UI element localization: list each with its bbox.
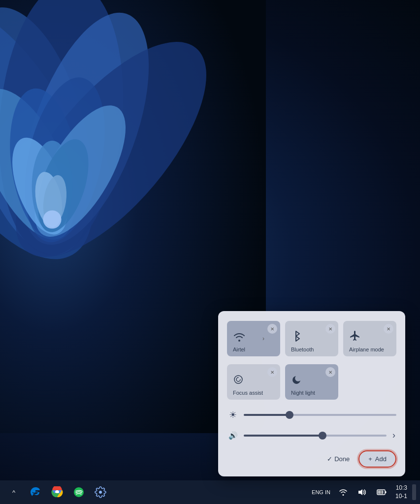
brightness-track[interactable] bbox=[244, 414, 396, 416]
volume-arrow[interactable]: › bbox=[391, 429, 396, 441]
chrome-taskbar-icon[interactable] bbox=[47, 482, 67, 502]
desktop: ✕ Airtel › ✕ B bbox=[0, 0, 420, 504]
qs-tile-row2: ✕ Focus assist ✕ Night light bbox=[227, 364, 396, 400]
add-plus-icon: + bbox=[368, 455, 372, 463]
settings-taskbar-icon[interactable] bbox=[91, 482, 110, 502]
wifi-icon bbox=[233, 332, 274, 345]
volume-slider-row: 🔊 › bbox=[227, 429, 396, 441]
focus-pin-button[interactable]: ✕ bbox=[267, 367, 277, 377]
airplane-label: Airplane mode bbox=[349, 346, 390, 352]
taskbar-left: ^ bbox=[4, 482, 110, 502]
volume-sys-icon bbox=[358, 488, 366, 496]
nightlight-label: Night light bbox=[291, 390, 332, 396]
brightness-slider-row: ☀ bbox=[227, 410, 396, 420]
airplane-pin-button[interactable]: ✕ bbox=[384, 324, 393, 334]
qs-bottom-bar: ✓ Done + Add bbox=[227, 450, 396, 468]
qs-tile-focus[interactable]: ✕ Focus assist bbox=[227, 364, 280, 400]
qs-tile-wifi[interactable]: ✕ Airtel › bbox=[227, 321, 280, 356]
svg-rect-22 bbox=[378, 491, 383, 494]
volume-icon: 🔊 bbox=[227, 431, 239, 440]
qs-sliders: ☀ 🔊 › bbox=[227, 410, 396, 441]
show-hidden-icons-button[interactable]: ^ bbox=[4, 482, 24, 502]
focus-label: Focus assist bbox=[233, 390, 274, 396]
battery-sys-tray[interactable] bbox=[373, 486, 390, 498]
wifi-sys-tray[interactable] bbox=[335, 486, 351, 498]
qs-tile-nightlight[interactable]: ✕ Night light bbox=[285, 364, 338, 400]
wifi-sys-icon bbox=[339, 488, 347, 496]
focus-icon bbox=[233, 374, 274, 388]
brightness-fill bbox=[244, 414, 290, 416]
bluetooth-pin-button[interactable]: ✕ bbox=[325, 324, 335, 334]
svg-point-15 bbox=[43, 210, 61, 228]
language-indicator[interactable]: ENG IN bbox=[310, 488, 332, 497]
edge-taskbar-icon[interactable] bbox=[26, 482, 45, 502]
done-check-icon: ✓ bbox=[327, 455, 332, 463]
qs-tile-bluetooth[interactable]: ✕ Bluetooth bbox=[285, 321, 338, 356]
wifi-arrow: › bbox=[262, 335, 264, 342]
airplane-icon bbox=[349, 330, 390, 345]
chrome-icon bbox=[51, 486, 63, 498]
battery-sys-icon bbox=[377, 488, 387, 496]
qs-tile-row1: ✕ Airtel › ✕ B bbox=[227, 321, 396, 356]
spotify-taskbar-icon[interactable] bbox=[69, 482, 89, 502]
bluetooth-icon bbox=[291, 330, 332, 345]
clock-time: 10:3 bbox=[395, 484, 407, 492]
brightness-thumb[interactable] bbox=[286, 411, 293, 419]
clock-date: 10-1 bbox=[395, 492, 407, 501]
done-button[interactable]: ✓ Done bbox=[323, 452, 354, 466]
chevron-up-icon: ^ bbox=[12, 489, 15, 496]
quick-settings-panel: ✕ Airtel › ✕ B bbox=[218, 311, 405, 476]
volume-track[interactable] bbox=[244, 435, 387, 437]
wifi-label: Airtel bbox=[233, 346, 274, 352]
system-clock[interactable]: 10:3 10-1 bbox=[393, 483, 409, 502]
settings-icon bbox=[95, 486, 106, 498]
qs-tile-airplane[interactable]: ✕ Airplane mode bbox=[343, 321, 396, 356]
volume-thumb[interactable] bbox=[319, 432, 326, 440]
bluetooth-label: Bluetooth bbox=[291, 346, 332, 352]
nightlight-pin-button[interactable]: ✕ bbox=[325, 367, 335, 377]
notification-button[interactable] bbox=[412, 484, 416, 500]
volume-sys-tray[interactable] bbox=[354, 486, 370, 498]
wifi-pin-button[interactable]: ✕ bbox=[267, 324, 277, 334]
moon-icon bbox=[291, 374, 332, 388]
spotify-icon bbox=[73, 486, 85, 498]
taskbar-right: ENG IN bbox=[310, 483, 416, 502]
add-label: Add bbox=[375, 455, 387, 463]
done-label: Done bbox=[334, 455, 350, 463]
volume-fill bbox=[244, 435, 323, 437]
qs-tile-empty bbox=[343, 364, 396, 400]
taskbar: ^ bbox=[0, 480, 420, 504]
svg-marker-19 bbox=[358, 489, 362, 495]
add-button[interactable]: + Add bbox=[358, 450, 396, 468]
edge-icon bbox=[30, 486, 41, 498]
svg-rect-21 bbox=[385, 491, 387, 493]
brightness-icon: ☀ bbox=[227, 410, 239, 420]
